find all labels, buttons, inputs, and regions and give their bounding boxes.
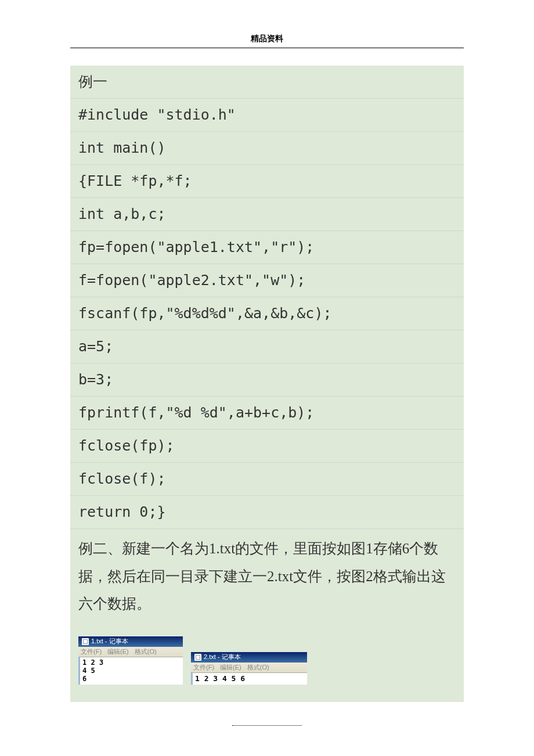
code-line: int main()	[70, 132, 464, 165]
code-line: fclose(fp);	[70, 430, 464, 463]
menu-edit: 编辑(E)	[107, 647, 129, 656]
code-line: fprintf(f,"%d %d",a+b+c,b);	[70, 397, 464, 430]
code-line: fscanf(fp,"%d%d%d",&a,&b,&c);	[70, 297, 464, 330]
example2-description: 例二、新建一个名为1.txt的文件，里面按如图1存储6个数据，然后在同一目录下建…	[70, 529, 464, 626]
notepad-1-title: 1.txt - 记事本	[91, 637, 128, 646]
code-line: f=fopen("apple2.txt","w");	[70, 264, 464, 297]
notepad-2-titlebar: 2.txt - 记事本	[191, 652, 307, 663]
notepad-section: 1.txt - 记事本 文件(F) 编辑(E) 格式(O) 1 2 3 4 5 …	[70, 626, 464, 702]
footer-dots	[232, 725, 302, 726]
notepad-icon	[82, 638, 89, 645]
code-line: int a,b,c;	[70, 198, 464, 231]
code-line: a=5;	[70, 330, 464, 363]
code-line: {FILE *fp,*f;	[70, 165, 464, 198]
notepad-2: 2.txt - 记事本 文件(F) 编辑(E) 格式(O) 1 2 3 4 5 …	[191, 652, 307, 685]
notepad-1-titlebar: 1.txt - 记事本	[78, 636, 183, 647]
code-line: #include "stdio.h"	[70, 99, 464, 132]
header-underline	[70, 48, 464, 48]
page-footer	[0, 721, 534, 727]
menu-edit: 编辑(E)	[220, 663, 241, 672]
notepad-1: 1.txt - 记事本 文件(F) 编辑(E) 格式(O) 1 2 3 4 5 …	[78, 636, 183, 685]
notepad-2-title: 2.txt - 记事本	[204, 653, 241, 661]
menu-file: 文件(F)	[81, 647, 102, 656]
content-box: 例一 #include "stdio.h" int main() {FILE *…	[70, 66, 464, 702]
code-line: 例一	[70, 66, 464, 99]
menu-format: 格式(O)	[135, 647, 157, 656]
code-line: b=3;	[70, 363, 464, 397]
notepad-icon	[194, 654, 201, 661]
code-line: return 0;}	[70, 496, 464, 529]
menu-format: 格式(O)	[247, 663, 269, 672]
code-line: fp=fopen("apple1.txt","r");	[70, 231, 464, 264]
page-header: 精品资料	[0, 0, 534, 48]
notepad-1-body: 1 2 3 4 5 6	[78, 657, 183, 685]
menu-file: 文件(F)	[193, 663, 214, 672]
code-line: fclose(f);	[70, 463, 464, 496]
notepad-2-body: 1 2 3 4 5 6	[191, 673, 307, 685]
notepad-1-menubar: 文件(F) 编辑(E) 格式(O)	[78, 647, 183, 657]
notepad-2-menubar: 文件(F) 编辑(E) 格式(O)	[191, 663, 307, 673]
